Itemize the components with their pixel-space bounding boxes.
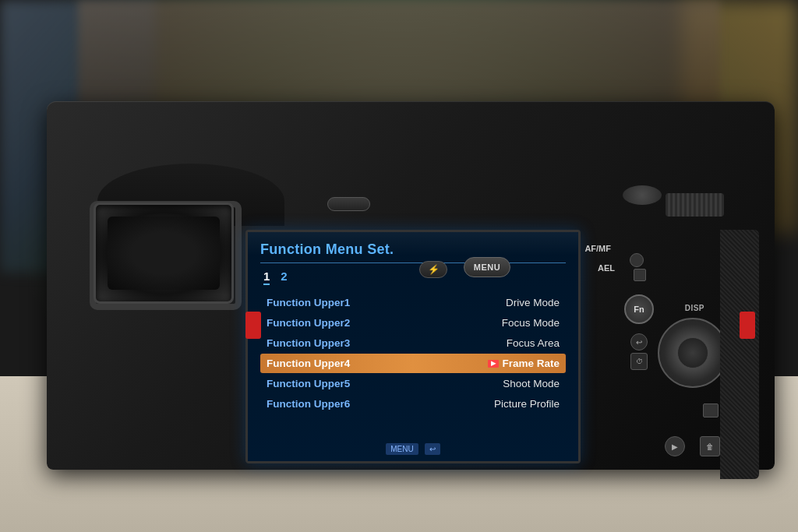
menu-row-5-label: Function Upper5 (267, 378, 350, 389)
play-icon: ▶ (672, 442, 678, 451)
tab-1[interactable]: 1 (263, 270, 270, 285)
grip-area (720, 230, 759, 479)
fn-button-label: Fn (634, 305, 644, 314)
tab-2[interactable]: 2 (281, 270, 287, 285)
menu-row-6[interactable]: Function Upper6 Picture Profile (260, 394, 566, 414)
ael-label: AEL (598, 263, 615, 273)
footer-back-icon: ↩ (425, 443, 440, 455)
screen-title: Function Menu Set. (260, 241, 566, 258)
fn-button[interactable]: Fn (624, 294, 654, 324)
menu-row-1[interactable]: Function Upper1 Drive Mode (260, 293, 566, 312)
menu-row-3-value: Focus Area (507, 337, 560, 349)
disp-label: DISP (685, 304, 704, 312)
menu-row-3[interactable]: Function Upper3 Focus Area (260, 333, 566, 353)
screen-divider (260, 262, 566, 263)
menu-row-5[interactable]: Function Upper5 Shoot Mode (260, 374, 566, 393)
menu-row-4-value: ▶ Frame Rate (488, 358, 560, 369)
menu-row-2[interactable]: Function Upper2 Focus Mode (260, 313, 566, 333)
delete-button[interactable]: 🗑 (700, 436, 720, 456)
timer-icon: ⏱ (636, 358, 643, 365)
menu-row-2-value: Focus Mode (502, 317, 560, 329)
nav-wheel[interactable] (658, 318, 728, 388)
screen-footer: MENU ↩ (248, 443, 578, 455)
menu-rows: Function Upper1 Drive Mode Function Uppe… (260, 293, 566, 414)
viewfinder-eyepiece (94, 203, 234, 304)
tab-row: 1 2 (260, 270, 566, 285)
footer-menu-icon: MENU (386, 443, 418, 455)
back-button[interactable]: ↩ (630, 333, 648, 351)
top-dial[interactable] (666, 193, 724, 217)
strap-holder-left (245, 312, 261, 339)
nav-wheel-center[interactable] (677, 337, 708, 368)
afmf-button[interactable] (630, 253, 644, 267)
menu-row-1-value: Drive Mode (506, 297, 560, 308)
menu-row-4-label: Function Upper4 (267, 358, 350, 369)
menu-row-2-label: Function Upper2 (267, 317, 350, 329)
camera-body: Function Menu Set. 1 2 Function Upper1 D… (47, 101, 775, 470)
ael-button[interactable] (634, 269, 646, 281)
menu-row-6-label: Function Upper6 (267, 398, 350, 410)
menu-button-label: MENU (474, 262, 500, 272)
menu-row-6-value: Picture Profile (494, 398, 560, 410)
timer-button[interactable]: ⏱ (630, 353, 648, 370)
menu-row-5-value: Shoot Mode (503, 378, 560, 389)
grid-icon-1[interactable] (703, 403, 719, 417)
menu-button[interactable]: MENU (464, 257, 510, 277)
afmf-label: AF/MF (584, 244, 611, 253)
flash-button[interactable]: ⚡ (419, 261, 447, 278)
flash-icon: ⚡ (428, 264, 440, 275)
back-icon: ↩ (636, 338, 642, 347)
trash-icon: 🗑 (706, 442, 714, 451)
top-button[interactable] (327, 197, 370, 211)
strap-holder-right (740, 312, 755, 339)
menu-row-4[interactable]: Function Upper4 ▶ Frame Rate (260, 354, 566, 373)
eyepiece-lens (108, 217, 220, 290)
play-button[interactable]: ▶ (665, 436, 685, 456)
menu-row-3-label: Function Upper3 (267, 337, 350, 349)
lcd-screen: Function Menu Set. 1 2 Function Upper1 D… (245, 230, 581, 463)
video-icon: ▶ (488, 360, 499, 368)
menu-row-1-label: Function Upper1 (267, 297, 350, 308)
shutter-button[interactable] (623, 185, 662, 205)
screen-content: Function Menu Set. 1 2 Function Upper1 D… (248, 232, 578, 461)
